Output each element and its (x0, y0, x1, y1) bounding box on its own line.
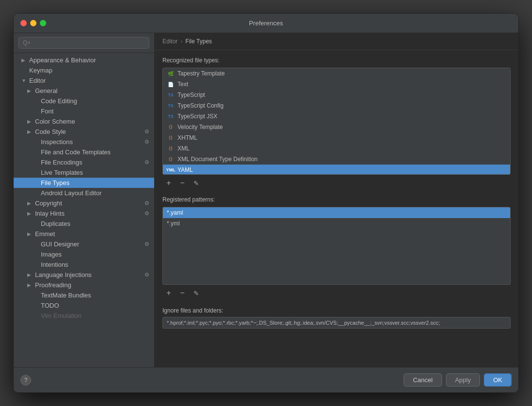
ft-item-typescript-config[interactable]: TS TypeScript Config (163, 100, 510, 111)
sidebar-item-code-style[interactable]: ▶ Code Style ⚙ (14, 127, 154, 137)
maximize-button[interactable] (40, 20, 46, 26)
remove-filetype-button[interactable]: − (177, 178, 188, 188)
sidebar-item-intentions[interactable]: ▶ Intentions (14, 259, 154, 270)
edit-icon: ✎ (194, 290, 199, 297)
sidebar-item-appearance[interactable]: ▶ Appearance & Behavior (14, 55, 154, 65)
ft-item-velocity[interactable]: ⟨⟩ Velocity Template (163, 122, 510, 132)
arrow-icon: ▶ (27, 88, 33, 93)
patterns-section: Registered patterns: *.yaml *.yml + − (162, 196, 511, 301)
sidebar-item-file-encodings[interactable]: ▶ File Encodings ⚙ (14, 157, 154, 167)
sidebar-item-general[interactable]: ▶ General (14, 86, 154, 96)
search-box (14, 33, 154, 53)
footer: ? Cancel Apply OK (14, 367, 518, 392)
pattern-item-yml[interactable]: *.yml (163, 218, 510, 229)
sidebar-item-inlay-hints[interactable]: ▶ Inlay Hints ⚙ (14, 208, 154, 219)
ft-item-text[interactable]: 📄 Text (163, 79, 510, 90)
sidebar-item-duplicates[interactable]: ▶ Duplicates (14, 219, 154, 229)
sidebar-item-textmate-bundles[interactable]: ▶ TextMate Bundles (14, 290, 154, 300)
sidebar-item-inspections[interactable]: ▶ Inspections ⚙ (14, 137, 154, 147)
apply-button[interactable]: Apply (446, 373, 480, 387)
breadcrumb-current: File Types (185, 38, 212, 45)
minimize-button[interactable] (30, 20, 36, 26)
ignore-label: Ignore files and folders: (162, 307, 511, 314)
arrow-icon: ▶ (27, 119, 33, 124)
titlebar: Preferences (14, 14, 518, 33)
sidebar-item-copyright[interactable]: ▶ Copyright ⚙ (14, 198, 154, 208)
ft-item-label: Text (177, 81, 188, 88)
sidebar-item-label: TODO (41, 302, 59, 309)
breadcrumb-parent: Editor (162, 38, 177, 45)
ft-item-xhtml[interactable]: ⟨⟩ XHTML (163, 132, 510, 143)
help-icon: ? (24, 377, 28, 384)
ft-item-typescript-jsx[interactable]: TS TypeScript JSX (163, 111, 510, 122)
sidebar-item-label: Android Layout Editor (41, 189, 102, 197)
sidebar-item-file-code-templates[interactable]: ▶ File and Code Templates (14, 147, 154, 157)
sidebar-item-editor[interactable]: ▼ Editor (14, 75, 154, 86)
ft-item-label: YAML (177, 166, 193, 173)
arrow-icon: ▶ (27, 231, 33, 237)
ft-item-xml[interactable]: ⟨⟩ XML (163, 143, 510, 154)
sidebar-item-vim-emulation[interactable]: ▶ Vim Emulation (14, 311, 154, 321)
arrow-icon: ▶ (27, 201, 33, 206)
sidebar-item-file-types[interactable]: ▶ File Types (14, 178, 154, 188)
sidebar-item-label: Keymap (29, 67, 53, 74)
ft-item-tapestry[interactable]: 🌿 Tapestry Template (163, 68, 510, 79)
footer-right: Cancel Apply OK (404, 373, 512, 387)
sidebar-item-label: Code Editing (41, 97, 77, 105)
sidebar-item-label: General (35, 87, 57, 94)
sidebar-item-label: Intentions (41, 261, 68, 268)
breadcrumb-separator: › (180, 38, 182, 45)
ft-item-xml-dtd[interactable]: ⟨⟩ XML Document Type Definition (163, 154, 510, 165)
sidebar-item-code-editing[interactable]: ▶ Code Editing (14, 96, 154, 106)
ft-item-yaml[interactable]: YML YAML (163, 165, 510, 175)
edit-filetype-button[interactable]: ✎ (191, 178, 201, 188)
sidebar-item-emmet[interactable]: ▶ Emmet (14, 229, 154, 239)
sidebar-item-label: Vim Emulation (41, 312, 82, 319)
sidebar-item-android-layout-editor[interactable]: ▶ Android Layout Editor (14, 188, 154, 198)
sidebar-item-label: Inlay Hints (35, 210, 65, 217)
sidebar-item-todo[interactable]: ▶ TODO (14, 300, 154, 311)
close-button[interactable] (20, 20, 27, 26)
gear-icon: ⚙ (144, 210, 149, 217)
sidebar-item-proofreading[interactable]: ▶ Proofreading (14, 280, 154, 290)
sidebar-item-label: Color Scheme (35, 118, 75, 125)
sidebar-item-live-templates[interactable]: ▶ Live Templates (14, 167, 154, 178)
sidebar-item-keymap[interactable]: ▶ Keymap (14, 65, 154, 75)
ignore-section: Ignore files and folders: (162, 307, 511, 329)
recognized-label: Recognized file types: (162, 57, 511, 64)
minus-icon: − (180, 179, 184, 187)
ft-item-label: XML (177, 145, 190, 152)
sidebar: ▶ Appearance & Behavior ▶ Keymap ▼ Edito… (14, 33, 155, 367)
sidebar-item-images[interactable]: ▶ Images (14, 249, 154, 259)
ok-button[interactable]: OK (484, 373, 512, 387)
edit-pattern-button[interactable]: ✎ (191, 288, 201, 298)
arrow-icon: ▶ (27, 129, 33, 134)
sidebar-item-label: Images (41, 251, 62, 258)
sidebar-item-gui-designer[interactable]: ▶ GUI Designer ⚙ (14, 239, 154, 249)
arrow-icon: ▶ (27, 282, 33, 288)
sidebar-item-label: Emmet (35, 230, 55, 238)
sidebar-item-label: GUI Designer (41, 240, 79, 248)
remove-pattern-button[interactable]: − (177, 288, 188, 298)
pattern-item-yaml[interactable]: *.yaml (163, 207, 510, 218)
plus-icon: + (166, 179, 171, 187)
ignore-input[interactable] (162, 317, 511, 329)
add-filetype-button[interactable]: + (163, 178, 174, 188)
sidebar-item-label: Inspections (41, 138, 73, 146)
ts-icon: TS (167, 91, 175, 99)
ft-item-typescript[interactable]: TS TypeScript (163, 90, 510, 100)
ts-icon: TS (167, 102, 175, 110)
sidebar-item-font[interactable]: ▶ Font (14, 106, 154, 116)
xml-dtd-icon: ⟨⟩ (167, 155, 175, 163)
cancel-button[interactable]: Cancel (404, 373, 442, 387)
sidebar-item-label: Copyright (35, 200, 62, 207)
sidebar-item-language-injections[interactable]: ▶ Language Injections ⚙ (14, 270, 154, 280)
add-pattern-button[interactable]: + (163, 288, 174, 298)
help-button[interactable]: ? (20, 375, 31, 386)
tapestry-icon: 🌿 (167, 70, 175, 77)
sidebar-item-color-scheme[interactable]: ▶ Color Scheme (14, 116, 154, 127)
search-input[interactable] (18, 37, 149, 49)
arrow-icon: ▶ (21, 57, 27, 63)
sidebar-item-label: Live Templates (41, 169, 83, 176)
ft-item-label: TypeScript (177, 92, 205, 98)
